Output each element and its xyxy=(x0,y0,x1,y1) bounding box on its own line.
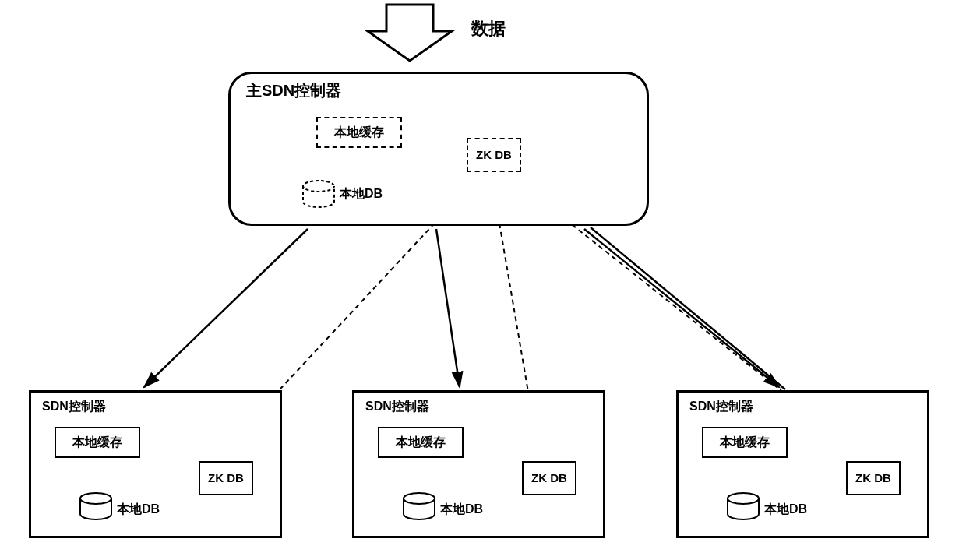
svg-point-18 xyxy=(404,493,435,504)
local-cache-box: 本地缓存 xyxy=(702,427,788,458)
sdn-controller-box: SDN控制器 本地缓存 本地DB ZK DB xyxy=(352,390,605,538)
controller-title: SDN控制器 xyxy=(42,399,106,415)
svg-line-3 xyxy=(144,229,308,387)
svg-line-6 xyxy=(591,227,785,389)
local-cache-box: 本地缓存 xyxy=(378,427,464,458)
zk-db-box: ZK DB xyxy=(846,461,901,495)
svg-point-16 xyxy=(303,181,334,192)
sdn-controller-box: SDN控制器 本地缓存 本地DB ZK DB xyxy=(29,390,282,538)
main-sdn-controller-box: 主SDN控制器 本地缓存 本地DB ZK DB xyxy=(228,72,649,226)
svg-point-19 xyxy=(728,493,759,504)
svg-line-5 xyxy=(584,229,779,387)
zk-db-box: ZK DB xyxy=(522,461,576,495)
zk-db-box: ZK DB xyxy=(199,461,253,495)
main-title: 主SDN控制器 xyxy=(246,80,341,101)
controller-title: SDN控制器 xyxy=(365,399,429,415)
main-zk-db-box: ZK DB xyxy=(467,138,521,172)
svg-point-17 xyxy=(80,493,111,504)
local-db-label: 本地DB xyxy=(440,502,483,518)
local-db-label: 本地DB xyxy=(764,502,807,518)
main-local-cache-box: 本地缓存 xyxy=(316,117,402,148)
svg-line-4 xyxy=(436,229,460,387)
data-label: 数据 xyxy=(471,17,506,41)
sdn-controller-box: SDN控制器 本地缓存 本地DB ZK DB xyxy=(676,390,929,538)
database-icon xyxy=(401,492,437,522)
database-icon xyxy=(78,492,114,522)
data-in-arrow-icon xyxy=(368,5,452,61)
database-icon xyxy=(725,492,761,522)
local-db-label: 本地DB xyxy=(117,502,160,518)
database-icon xyxy=(301,180,337,210)
main-local-db-label: 本地DB xyxy=(340,186,383,203)
controller-title: SDN控制器 xyxy=(689,399,753,415)
local-cache-box: 本地缓存 xyxy=(55,427,140,458)
